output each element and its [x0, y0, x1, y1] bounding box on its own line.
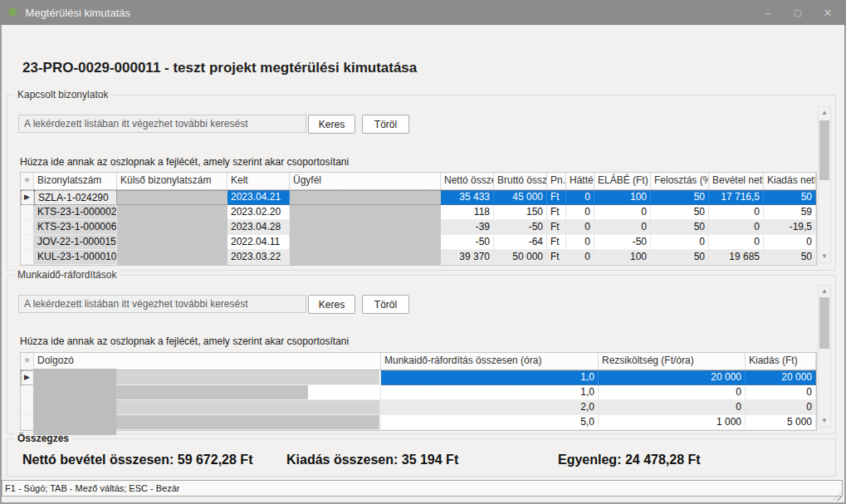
documents-search-input[interactable]	[18, 115, 306, 133]
cell-hours[interactable]: 1,0	[381, 370, 599, 385]
column-header-kulso[interactable]: Külső bizonylatszám	[117, 173, 227, 189]
table-row[interactable]: ▶SZLA-1-0242902023.04.2135 43345 000Ft01…	[21, 190, 816, 205]
cell-netto[interactable]: -50	[441, 235, 494, 250]
cell-hours[interactable]: 2,0	[381, 400, 599, 415]
cell-bevetel[interactable]: 19 685	[709, 250, 764, 265]
worktime-search-button[interactable]: Keres	[308, 295, 355, 314]
cell-kulso[interactable]	[117, 205, 227, 220]
cell-bizonylatszam[interactable]: KTS-23-1-000002	[34, 205, 117, 220]
column-header-dolgozo[interactable]: Dolgozó	[34, 353, 381, 369]
column-header-cost[interactable]: Kiadás (Ft)	[746, 353, 816, 369]
cell-kelt[interactable]: 2023.02.20	[227, 205, 290, 220]
cell-cost[interactable]: 0	[746, 385, 816, 400]
scroll-down-icon[interactable]: ▼	[819, 251, 830, 262]
cell-kelt[interactable]: 2023.03.22	[227, 250, 290, 265]
column-header-hatte[interactable]: Hátté	[566, 173, 594, 189]
table-row[interactable]: 2,000	[21, 400, 816, 415]
cell-bevetel[interactable]: 0	[709, 235, 764, 250]
cell-kiadas[interactable]: 59	[764, 205, 816, 220]
cell-kiadas[interactable]: 0	[764, 235, 816, 250]
cell-kelt[interactable]: 2022.04.11	[227, 235, 290, 250]
column-header-felosztas[interactable]: Felosztás (%)	[651, 173, 709, 189]
cell-kulso[interactable]	[117, 235, 227, 250]
column-header-brutto[interactable]: Bruttó össze	[494, 173, 547, 189]
cell-elabe[interactable]: 0	[594, 220, 651, 235]
cell-elabe[interactable]: 100	[594, 250, 651, 265]
cell-pn[interactable]: Ft	[547, 235, 566, 250]
cell-kelt[interactable]: 2023.04.28	[227, 220, 290, 235]
scroll-down-icon[interactable]: ▼	[819, 415, 830, 427]
scrollbar-thumb[interactable]	[819, 297, 829, 349]
cell-kelt[interactable]: 2023.04.21	[227, 190, 290, 205]
cell-cost[interactable]: 0	[746, 400, 816, 415]
scroll-up-icon[interactable]: ▲	[819, 286, 830, 297]
cell-rate[interactable]: 1 000	[599, 415, 746, 430]
column-header-netto[interactable]: Nettó össze	[441, 173, 494, 189]
cell-felosztas[interactable]: 50	[651, 205, 709, 220]
column-header-bevetel[interactable]: Bevétel nett	[709, 173, 764, 189]
documents-scrollbar[interactable]: ▲ ▼	[818, 106, 831, 263]
cell-rate[interactable]: 20 000	[599, 370, 746, 385]
cell-felosztas[interactable]: 0	[651, 235, 709, 250]
cell-marker[interactable]	[21, 205, 34, 220]
cell-ugyfel[interactable]	[290, 190, 441, 205]
cell-kulso[interactable]	[117, 220, 227, 235]
cell-brutto[interactable]: 45 000	[494, 190, 547, 205]
scrollbar-thumb[interactable]	[819, 120, 829, 180]
cell-marker[interactable]	[21, 385, 34, 400]
cell-kulso[interactable]	[117, 190, 227, 205]
documents-table[interactable]: ✳BizonylatszámKülső bizonylatszámKeltÜgy…	[20, 172, 817, 266]
cell-hours[interactable]: 5,0	[381, 415, 599, 430]
select-all-icon[interactable]: ✳	[21, 173, 34, 189]
table-row[interactable]: KTS-23-1-0000062023.04.28-39-50Ft00500-1…	[21, 220, 816, 235]
cell-marker[interactable]	[21, 415, 34, 430]
table-row[interactable]: 1,000	[21, 385, 816, 400]
worktime-clear-button[interactable]: Töröl	[362, 295, 409, 314]
scroll-up-icon[interactable]: ▲	[819, 107, 830, 119]
cell-netto[interactable]: 35 433	[441, 190, 494, 205]
documents-search-button[interactable]: Keres	[308, 115, 355, 134]
current-row-icon[interactable]: ▶	[21, 370, 34, 385]
cell-netto[interactable]: 39 370	[441, 250, 494, 265]
cell-elabe[interactable]: 0	[594, 205, 651, 220]
cell-hatte[interactable]: 0	[566, 235, 594, 250]
cell-bizonylatszam[interactable]: JOV-22-1-000015	[34, 235, 117, 250]
maximize-icon[interactable]: □	[783, 0, 813, 25]
cell-ugyfel[interactable]	[290, 250, 441, 265]
worktime-search-input[interactable]	[18, 295, 306, 313]
cell-elabe[interactable]: 100	[594, 190, 651, 205]
column-header-ugyfel[interactable]: Ügyfél	[290, 173, 441, 189]
cell-pn[interactable]: Ft	[547, 250, 566, 265]
cell-hatte[interactable]: 0	[566, 190, 594, 205]
cell-hatte[interactable]: 0	[566, 220, 594, 235]
column-header-bizonylatszam[interactable]: Bizonylatszám	[34, 173, 117, 189]
cell-brutto[interactable]: 150	[494, 205, 547, 220]
cell-pn[interactable]: Ft	[547, 190, 566, 205]
cell-ugyfel[interactable]	[290, 220, 441, 235]
worktime-scrollbar[interactable]: ▲ ▼	[818, 285, 831, 428]
cell-marker[interactable]	[21, 400, 34, 415]
table-row[interactable]: JOV-22-1-0000152022.04.11-50-64Ft0-50000	[21, 235, 816, 250]
column-header-kelt[interactable]: Kelt	[227, 173, 290, 189]
table-row[interactable]: KTS-23-1-0000022023.02.20118150Ft0050059	[21, 205, 816, 220]
cell-bizonylatszam[interactable]: SZLA-1-024290	[34, 190, 117, 205]
cell-marker[interactable]	[21, 250, 34, 265]
cell-kiadas[interactable]: 50	[764, 190, 816, 205]
title-bar[interactable]: ❋ Megtérülési kimutatás – □ ✕	[0, 0, 846, 25]
cell-felosztas[interactable]: 50	[651, 190, 709, 205]
cell-elabe[interactable]: -50	[594, 235, 651, 250]
cell-felosztas[interactable]: 50	[651, 220, 709, 235]
column-header-rate[interactable]: Rezsiköltség (Ft/óra)	[599, 353, 746, 369]
cell-pn[interactable]: Ft	[547, 205, 566, 220]
cell-hours[interactable]: 1,0	[381, 385, 599, 400]
cell-rate[interactable]: 0	[599, 400, 746, 415]
cell-kulso[interactable]	[117, 250, 227, 265]
current-row-icon[interactable]: ▶	[21, 190, 34, 205]
cell-kiadas[interactable]: -19,5	[764, 220, 816, 235]
cell-rate[interactable]: 0	[599, 385, 746, 400]
documents-clear-button[interactable]: Töröl	[362, 115, 409, 134]
cell-bevetel[interactable]: 0	[709, 220, 764, 235]
cell-ugyfel[interactable]	[290, 235, 441, 250]
cell-cost[interactable]: 5 000	[746, 415, 816, 430]
column-header-kiadas[interactable]: Kiadás nettó	[764, 173, 816, 189]
